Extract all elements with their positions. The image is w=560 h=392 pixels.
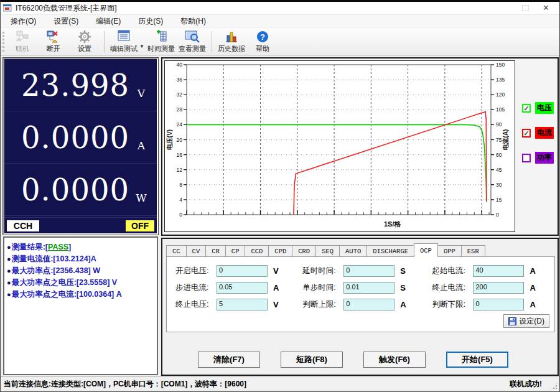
menu-help[interactable]: 帮助(H) (174, 15, 212, 28)
delay-time-label: 延时时间: (302, 266, 341, 276)
tab-ccd[interactable]: CCD (245, 245, 269, 257)
form-field: 判断上限:0A (302, 298, 432, 311)
judge-upper-input[interactable]: 0 (343, 299, 394, 310)
tab-cc[interactable]: CC (166, 245, 187, 257)
unit-label: A (530, 300, 535, 309)
toolbar-separator (212, 31, 212, 52)
form-field: 延时时间:0S (302, 264, 432, 278)
svg-text:135: 135 (496, 77, 505, 83)
current-value: 0.0000 (21, 120, 129, 155)
menu-history[interactable]: 历史(S) (132, 15, 169, 28)
result-line: ●测量电流值:[103.2124]A (7, 253, 154, 265)
svg-text:105: 105 (496, 106, 505, 113)
judge-lower-input[interactable]: 0 (473, 299, 524, 310)
svg-text:32: 32 (177, 91, 183, 98)
start-button[interactable]: 开始(F5) (446, 352, 508, 368)
menu-settings[interactable]: 设置(S) (47, 15, 85, 28)
tab-cr[interactable]: CR (205, 245, 226, 257)
app-window: IT66200负载管理系统-[主界面] ✕ 操作(O) 设置(S) 编辑(E) … (0, 0, 560, 392)
help-button[interactable]: ? 帮助 (248, 29, 277, 55)
svg-text:120: 120 (496, 91, 505, 98)
settings-label: 设置 (78, 44, 91, 54)
history-data-button[interactable]: 历史数据 (217, 29, 246, 55)
stop-voltage-label: 终止电压: (175, 299, 214, 310)
svg-text:4: 4 (179, 197, 182, 203)
tab-cpd[interactable]: CPD (268, 245, 292, 257)
svg-text:20: 20 (177, 137, 183, 143)
svg-text:28: 28 (177, 106, 183, 113)
unit-label: S (400, 266, 406, 276)
tab-discharge[interactable]: DISCHARGE (366, 245, 414, 257)
svg-text:75: 75 (496, 137, 502, 143)
svg-text:60: 60 (496, 152, 502, 158)
svg-text:30: 30 (496, 182, 502, 188)
help-label: 帮助 (256, 44, 269, 54)
svg-text:电压(V): 电压(V) (166, 129, 173, 150)
svg-text:16: 16 (177, 152, 183, 158)
start-current-label: 起始电流: (432, 266, 470, 276)
tab-seq[interactable]: SEQ (315, 245, 340, 257)
legend-power: 功率 (522, 152, 558, 164)
end-current-input[interactable]: 200 (473, 282, 524, 294)
svg-text:90: 90 (496, 121, 502, 128)
power-value: 0.0000 (21, 172, 129, 207)
legend-power-label: 功率 (535, 152, 554, 164)
close-button[interactable]: ✕ (543, 5, 549, 11)
power-checkbox[interactable] (522, 154, 531, 162)
chart-legend: ✓ 电压 ✓ 电流 功率 (522, 102, 558, 177)
set-button-label: 设定(D) (519, 316, 544, 327)
current-checkbox[interactable]: ✓ (522, 129, 531, 138)
tab-auto[interactable]: AUTO (339, 245, 367, 257)
unit-label: S (400, 283, 406, 292)
tab-cp[interactable]: CP (225, 245, 246, 257)
voltage-unit: V (134, 87, 148, 100)
legend-current-label: 电流 (535, 127, 554, 139)
set-button[interactable]: 设定(D) (503, 314, 549, 328)
svg-text:?: ? (260, 32, 265, 42)
tab-opp[interactable]: OPP (437, 245, 462, 257)
maximize-button[interactable] (522, 5, 529, 11)
clear-button[interactable]: 清除(F7) (198, 352, 260, 368)
tab-bar: CC CV CR CP CCD CPD CRD SEQ AUTO DISCHAR… (166, 244, 555, 257)
view-measure-label: 查看测量 (179, 44, 206, 54)
disconnect-button[interactable]: 断开 (39, 29, 68, 55)
disconnect-icon (46, 30, 61, 44)
menu-bar: 操作(O) 设置(S) 编辑(E) 历史(S) 帮助(H) (1, 15, 559, 28)
menu-operation[interactable]: 操作(O) (4, 15, 42, 28)
form-field: 起始电流:40A (432, 264, 548, 278)
edit-test-button[interactable]: 编辑测试 (110, 29, 138, 55)
open-voltage-input[interactable]: 0 (217, 265, 268, 277)
disconnect-label: 断开 (47, 44, 60, 54)
time-measure-button[interactable]: 时间测量 (147, 29, 175, 55)
stop-voltage-input[interactable]: 5 (217, 299, 268, 310)
tab-crd[interactable]: CRD (292, 245, 316, 257)
test-results-panel: ●测量结果:[PASS] ●测量电流值:[103.2124]A ●最大功率点:[… (3, 236, 158, 375)
form-field: 开启电压:0V (175, 264, 302, 278)
view-measure-button[interactable]: 查看测量 (178, 29, 207, 55)
tab-ocp[interactable]: OCP (414, 243, 438, 257)
edit-test-dropdown-arrow-icon[interactable]: ▼ (139, 44, 144, 49)
tab-esr[interactable]: ESR (461, 245, 485, 257)
connection-info: 当前连接信息:连接类型:[COM]，PC机串口号：[COM1]，波特率：[960… (1, 379, 246, 390)
tab-cv[interactable]: CV (186, 245, 207, 257)
svg-text:36: 36 (177, 77, 183, 83)
short-circuit-button[interactable]: 短路(F8) (281, 352, 343, 368)
svg-text:12: 12 (177, 167, 183, 173)
view-measure-icon (184, 30, 200, 44)
trigger-button[interactable]: 触发(F6) (363, 352, 426, 368)
delay-time-input[interactable]: 0 (343, 265, 394, 277)
bullet-icon: ● (7, 255, 11, 263)
menu-edit[interactable]: 编辑(E) (90, 15, 127, 28)
step-current-input[interactable]: 0.05 (217, 282, 268, 294)
step-time-input[interactable]: 0.01 (343, 282, 394, 294)
output-status-badge: OFF (126, 220, 154, 231)
form-field: 步进电流:0.05A (175, 281, 302, 294)
start-current-input[interactable]: 40 (473, 265, 524, 277)
settings-button[interactable]: 设置 (70, 29, 99, 55)
form-field: 终止电流:200A (432, 281, 548, 294)
mode-tab-control: CC CV CR CP CCD CPD CRD SEQ AUTO DISCHAR… (166, 244, 555, 333)
result-line: ●最大功率点之电流:[100.0364] A (7, 289, 154, 301)
voltage-checkbox[interactable]: ✓ (522, 104, 531, 113)
form-field: 单步时间:0.01S (302, 281, 432, 294)
connect-button[interactable]: 联机 (8, 29, 37, 55)
